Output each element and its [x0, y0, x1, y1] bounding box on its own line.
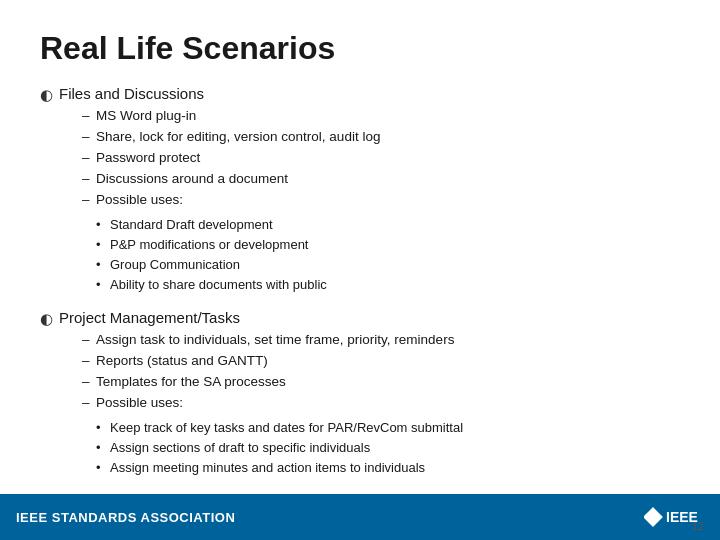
section1-title: Files and Discussions — [59, 85, 204, 102]
list-item: Ability to share documents with public — [96, 275, 680, 295]
section1-icon: ◐ — [40, 86, 53, 104]
page-number: 12 — [692, 520, 704, 532]
section2-header: ◐ Project Management/Tasks — [40, 309, 680, 328]
section2-bullet-list: Keep track of key tasks and dates for PA… — [40, 418, 680, 478]
list-item: Keep track of key tasks and dates for PA… — [96, 418, 680, 438]
list-item: Assign task to individuals, set time fra… — [82, 330, 680, 351]
footer: IEEE STANDARDS ASSOCIATION IEEE — [0, 494, 720, 540]
list-item: Reports (status and GANTT) — [82, 351, 680, 372]
list-item: Group Communication — [96, 255, 680, 275]
svg-rect-0 — [644, 507, 663, 527]
list-item: Assign meeting minutes and action items … — [96, 458, 680, 478]
list-item: Possible uses: — [82, 393, 680, 414]
list-item: Share, lock for editing, version control… — [82, 127, 680, 148]
list-item: P&P modifications or development — [96, 235, 680, 255]
section2-dash-list: Assign task to individuals, set time fra… — [40, 330, 680, 414]
list-item: Templates for the SA processes — [82, 372, 680, 393]
section-project-management: ◐ Project Management/Tasks Assign task t… — [40, 309, 680, 478]
section-files-discussions: ◐ Files and Discussions MS Word plug-in … — [40, 85, 680, 295]
section2-icon: ◐ — [40, 310, 53, 328]
list-item: Standard Draft development — [96, 215, 680, 235]
slide: Real Life Scenarios ◐ Files and Discussi… — [0, 0, 720, 540]
section1-header: ◐ Files and Discussions — [40, 85, 680, 104]
slide-title: Real Life Scenarios — [40, 30, 680, 67]
list-item: Assign sections of draft to specific ind… — [96, 438, 680, 458]
section2-title: Project Management/Tasks — [59, 309, 240, 326]
list-item: MS Word plug-in — [82, 106, 680, 127]
section1-dash-list: MS Word plug-in Share, lock for editing,… — [40, 106, 680, 211]
list-item: Discussions around a document — [82, 169, 680, 190]
list-item: Password protect — [82, 148, 680, 169]
list-item: Possible uses: — [82, 190, 680, 211]
footer-org-name: IEEE STANDARDS ASSOCIATION — [16, 510, 235, 525]
section1-bullet-list: Standard Draft development P&P modificat… — [40, 215, 680, 296]
